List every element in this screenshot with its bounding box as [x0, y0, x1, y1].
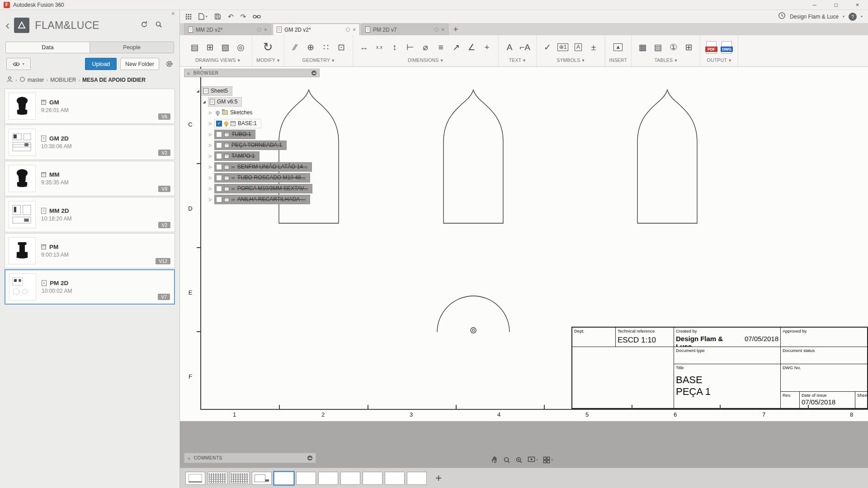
tree-node-content[interactable]: TAMPO:1	[214, 151, 259, 161]
tree-row-anilha-recartilhada-[interactable]: ▷∞ANILHA RECARTILHADA ...	[208, 194, 320, 205]
user-avatar-icon[interactable]	[6, 76, 13, 84]
sheet-thumbnail-10[interactable]	[385, 472, 405, 485]
browser-panel-header[interactable]: « BROWSER	[184, 69, 320, 77]
chain-dimension-icon[interactable]: ↗	[449, 40, 463, 55]
close-tab-icon[interactable]: ×	[441, 27, 444, 33]
pan-icon[interactable]	[491, 456, 498, 464]
tree-row-tampo-1[interactable]: ▷TAMPO:1	[208, 150, 320, 161]
visibility-checkbox[interactable]	[216, 197, 222, 202]
text-icon[interactable]: A	[503, 40, 517, 55]
file-menu-icon[interactable]: ▾	[198, 13, 208, 20]
sheet-thumbnail-5[interactable]	[274, 472, 294, 485]
surface-texture-icon[interactable]: ✓	[541, 40, 555, 55]
linear-dimension-icon[interactable]: ↕	[388, 40, 402, 55]
hole-table-icon[interactable]: ⊞	[682, 40, 696, 55]
tree-node-content[interactable]: ∞PORCA M10/3MM SEXTAV...	[214, 184, 312, 193]
tree-row-porca-m10-3mm-sextav-[interactable]: ▷∞PORCA M10/3MM SEXTAV...	[208, 183, 320, 194]
new-folder-button[interactable]: New Folder	[120, 58, 159, 70]
detail-view-icon[interactable]: ◎	[234, 40, 248, 55]
center-mark-pattern-icon[interactable]: ∷	[319, 40, 333, 55]
drawing-view-top-arc[interactable]	[433, 264, 514, 337]
break-alignment-icon[interactable]: +	[480, 40, 494, 55]
visibility-checkbox[interactable]	[216, 142, 222, 148]
output-pdf-icon[interactable]: PDF	[704, 40, 718, 55]
data-item-mm-2d[interactable]: MM 2D10:18:20 AMV2	[5, 197, 175, 232]
insert-image-icon[interactable]: ▲	[611, 40, 625, 55]
close-tab-icon[interactable]: ×	[264, 27, 267, 33]
tree-row-base-1[interactable]: ▷✓BASE:1	[208, 118, 320, 129]
account-name[interactable]: Design Flam & Luce	[790, 14, 839, 20]
visibility-checkbox[interactable]: ✓	[216, 121, 222, 127]
expand-closed-icon[interactable]: ▷	[208, 165, 213, 169]
help-icon[interactable]: ?	[849, 13, 857, 21]
display-settings-icon[interactable]: ▾	[543, 456, 553, 464]
tree-node-content[interactable]: PEÇA TORNEADA:1	[214, 141, 287, 150]
visibility-checkbox[interactable]	[216, 164, 222, 170]
expand-open-icon[interactable]: ◢	[195, 89, 201, 93]
data-item-mm[interactable]: MM9:35:35 AMV9	[5, 161, 175, 196]
expand-closed-icon[interactable]: ▷	[208, 176, 213, 180]
leader-text-icon[interactable]: ⌐A	[518, 40, 532, 55]
tree-node-content[interactable]: Sheet5	[202, 86, 232, 96]
gear-icon[interactable]	[165, 60, 173, 68]
move-view-icon[interactable]: ↻	[261, 40, 275, 55]
expand-open-icon[interactable]: ◢	[201, 100, 207, 104]
data-item-pm[interactable]: PM9:00:13 AMV12	[5, 233, 175, 268]
comments-panel[interactable]: « COMMENTS	[184, 453, 316, 463]
expand-closed-icon[interactable]: ▷	[208, 154, 213, 158]
tab-data[interactable]: Data	[5, 42, 90, 53]
projected-view-icon[interactable]: ⊞	[203, 40, 217, 55]
expand-closed-icon[interactable]: ▷	[208, 111, 213, 115]
drawing-view-back[interactable]	[631, 89, 703, 224]
maximize-button[interactable]: □	[835, 2, 838, 8]
parts-list-icon[interactable]: ▤	[651, 40, 665, 55]
close-panel-icon[interactable]: ×	[171, 10, 175, 17]
undo-icon[interactable]: ↶	[228, 13, 234, 21]
back-icon[interactable]: ‹	[5, 19, 9, 32]
data-item-gm[interactable]: GM9:26:01 AMV6	[5, 89, 175, 124]
sheet-thumbnail-4[interactable]	[252, 472, 272, 485]
tree-row-sketches[interactable]: ▷Sketches	[208, 107, 320, 118]
minimize-button[interactable]: ─	[812, 2, 816, 8]
sheet-thumbnail-11[interactable]	[407, 472, 427, 485]
diameter-dimension-icon[interactable]: ⌀	[419, 40, 433, 55]
expand-closed-icon[interactable]: ▷	[208, 187, 213, 191]
share-link-icon[interactable]	[253, 14, 261, 19]
search-icon[interactable]	[155, 21, 162, 30]
bulb-visibility-icon[interactable]	[224, 122, 228, 126]
centerline-icon[interactable]: ∕∕	[288, 40, 302, 55]
tree-row-senfim-uni-o-lat-o-14-[interactable]: ▷∞SENFIM UNIÃO LATÃO 14...	[208, 161, 320, 172]
dimension-icon[interactable]: ↔	[357, 40, 371, 55]
tree-row-gm-v6-5[interactable]: ◢GM v6:5	[201, 96, 320, 107]
expand-closed-icon[interactable]: ▷	[208, 143, 213, 147]
filter-dropdown[interactable]: ▾	[6, 58, 31, 70]
drawing-canvas[interactable]: Dept. Technical reference ESCD 1:10 Crea…	[180, 67, 868, 468]
balloon-icon[interactable]: ①	[666, 40, 680, 55]
document-tab-2[interactable]: GM 2D v2*×	[273, 23, 360, 35]
tree-node-content[interactable]: GM v6:5	[208, 97, 242, 107]
panel-visibility-icon[interactable]	[311, 70, 316, 75]
drawing-view-side[interactable]	[437, 89, 509, 224]
tree-node-content[interactable]: TUBO:1	[214, 130, 255, 139]
document-tab-1[interactable]: MM 2D v2*×	[184, 23, 271, 35]
expand-closed-icon[interactable]: ▷	[208, 197, 213, 202]
data-item-gm-2d[interactable]: GM 2D10:38:06 AMV2	[5, 125, 175, 160]
tab-people[interactable]: People	[90, 42, 174, 53]
sheet-thumbnail-2[interactable]	[208, 472, 227, 485]
ordinate-dimension-icon[interactable]: x.x	[373, 40, 387, 55]
collapse-panel-icon[interactable]: «	[187, 70, 190, 76]
baseline-dimension-icon[interactable]: ≡	[434, 40, 448, 55]
visibility-checkbox[interactable]	[216, 153, 222, 159]
tree-node-content[interactable]: ∞SENFIM UNIÃO LATÃO 14...	[214, 162, 312, 172]
breadcrumb-hub[interactable]: master	[28, 77, 44, 83]
tree-row-sheet5[interactable]: ◢Sheet5	[195, 85, 320, 96]
upload-button[interactable]: Upload	[85, 58, 117, 70]
aligned-dimension-icon[interactable]: ⊢	[403, 40, 417, 55]
refresh-icon[interactable]	[141, 21, 148, 30]
close-tab-icon[interactable]: ×	[353, 27, 356, 33]
zoom-icon[interactable]	[503, 456, 510, 464]
collapse-panel-icon[interactable]: «	[188, 455, 191, 461]
close-window-button[interactable]: ×	[856, 2, 859, 8]
new-document-tab-button[interactable]: +	[450, 23, 462, 35]
tree-node-content[interactable]: Sketches	[214, 108, 256, 117]
